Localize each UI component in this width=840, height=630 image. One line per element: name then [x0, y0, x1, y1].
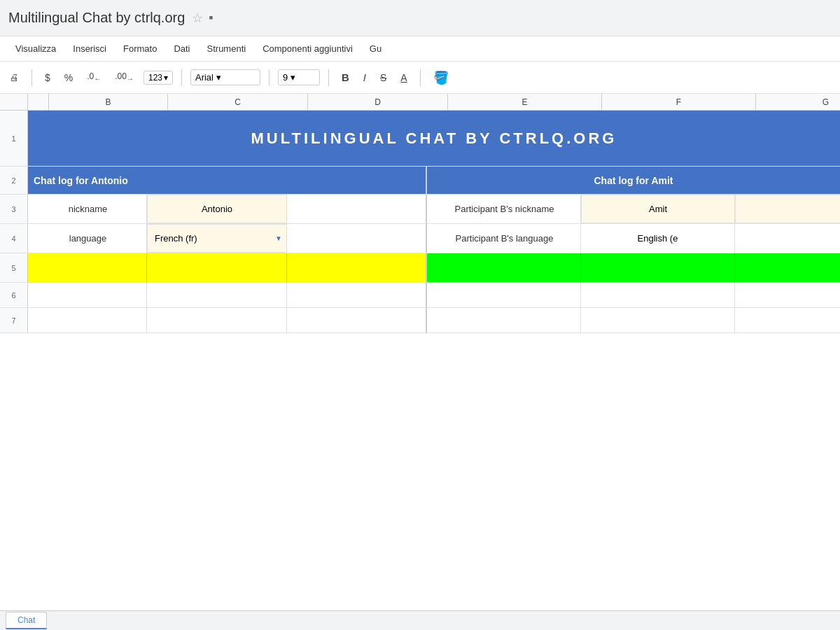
italic-button[interactable]: I: [359, 69, 370, 86]
menu-formato[interactable]: Formato: [116, 41, 164, 57]
green-section: [427, 253, 840, 282]
cell-e-green[interactable]: [427, 253, 581, 282]
sheet-tab-chat[interactable]: Chat: [6, 612, 47, 629]
cell-b-yellow[interactable]: [28, 253, 147, 282]
row-nickname: 3 nickname Antonio Participant B's nickn…: [0, 195, 840, 224]
chat-log-antonio-label: Chat log for Antonio: [34, 175, 128, 186]
row-yellow-green: 5: [0, 253, 840, 283]
col-header-e[interactable]: E: [448, 94, 602, 110]
row-num-5: 5: [0, 253, 28, 282]
row-num-6: 6: [0, 283, 28, 307]
row-7: 7: [0, 308, 840, 333]
row-num-1: 1: [0, 111, 28, 166]
format-123-arrow: ▾: [164, 73, 168, 83]
paint-bucket-button[interactable]: 🪣: [429, 67, 453, 88]
separator-2: [181, 69, 182, 86]
row-num-7: 7: [0, 308, 28, 332]
language-a-text: French (fr): [155, 233, 197, 244]
chat-log-antonio-header: Chat log for Antonio: [28, 167, 427, 194]
column-headers: B C D E F G: [0, 94, 840, 111]
format-percent-button[interactable]: %: [60, 69, 77, 86]
cell-nickname-label-b[interactable]: Participant B's nickname: [427, 195, 581, 223]
font-arrow: ▾: [216, 72, 221, 83]
format-dollar-button[interactable]: $: [41, 69, 55, 86]
folder-icon[interactable]: ▪: [209, 10, 213, 25]
font-size-selector[interactable]: 9 ▾: [278, 69, 320, 85]
format-dec-left-button[interactable]: .0←: [83, 69, 105, 85]
cell-nickname-value-b[interactable]: Amit: [581, 195, 735, 223]
cell-language-value-b[interactable]: English (e: [581, 224, 735, 253]
cell-e-6[interactable]: [427, 283, 581, 307]
cell-f-green[interactable]: [581, 253, 735, 282]
menu-strumenti[interactable]: Strumenti: [200, 41, 253, 57]
cell-g-language[interactable]: [735, 224, 840, 253]
cell-c-7[interactable]: [147, 308, 287, 332]
cell-e-7[interactable]: [427, 308, 581, 332]
cell-c-yellow[interactable]: [147, 253, 287, 282]
strikethrough-button[interactable]: S: [376, 69, 391, 86]
cell-g-6[interactable]: [735, 283, 840, 307]
font-selector[interactable]: Arial ▾: [190, 69, 260, 85]
cell-b-7[interactable]: [28, 308, 147, 332]
sheet-tab-bar: Chat: [0, 610, 840, 630]
cell-f-7[interactable]: [581, 308, 735, 332]
format-123-selector[interactable]: 123 ▾: [144, 71, 173, 85]
cell-nickname-value-a[interactable]: Antonio: [147, 195, 287, 223]
sheet-area: B C D E F G 1 MULTILINGUAL CHAT BY CTRLQ…: [0, 94, 840, 610]
cell-d-yellow[interactable]: [287, 253, 427, 282]
col-header-f[interactable]: F: [602, 94, 756, 110]
cell-language-label-b[interactable]: Participant B's language: [427, 224, 581, 253]
dropdown-arrow-language-a: ▼: [275, 234, 282, 242]
cell-language-value-a[interactable]: French (fr) ▼: [147, 224, 287, 253]
cell-g-green[interactable]: [735, 253, 840, 282]
font-label: Arial: [195, 72, 214, 83]
col-header-g[interactable]: G: [756, 94, 840, 110]
col-header-b[interactable]: B: [49, 94, 168, 110]
cell-language-label-a[interactable]: language: [28, 224, 147, 253]
cell-b-6[interactable]: [28, 283, 147, 307]
title-bar: Multilingual Chat by ctrlq.org ☆ ▪: [0, 0, 840, 36]
format-123-label: 123: [148, 73, 162, 83]
print-button[interactable]: 🖨: [6, 69, 23, 85]
underline-button[interactable]: A: [396, 69, 411, 86]
col-header-a[interactable]: [28, 94, 49, 110]
cell-c-6[interactable]: [147, 283, 287, 307]
menu-visualizza[interactable]: Visualizza: [8, 41, 63, 57]
menu-componenti[interactable]: Componenti aggiuntivi: [255, 41, 360, 57]
star-icon[interactable]: ☆: [192, 10, 203, 26]
row-num-3: 3: [0, 195, 28, 223]
separator-1: [31, 69, 32, 86]
cell-d-language[interactable]: [287, 224, 427, 253]
menu-bar: Visualizza Inserisci Formato Dati Strume…: [0, 36, 840, 62]
document-title: Multilingual Chat by ctrlq.org: [8, 10, 185, 26]
cell-f-6[interactable]: [581, 283, 735, 307]
col-header-c[interactable]: C: [168, 94, 308, 110]
row-num-2: 2: [0, 167, 28, 194]
separator-4: [328, 69, 329, 86]
cell-d-6[interactable]: [287, 283, 427, 307]
cell-d-nickname[interactable]: [287, 195, 427, 223]
blue-header-text: MULTILINGUAL CHAT BY CTRLQ.ORG: [251, 130, 617, 148]
chat-log-amit-header: Chat log for Amit: [427, 167, 840, 194]
col-header-d[interactable]: D: [308, 94, 448, 110]
cell-g-nickname[interactable]: [735, 195, 840, 223]
cell-nickname-label-a[interactable]: nickname: [28, 195, 147, 223]
menu-dati[interactable]: Dati: [167, 41, 197, 57]
row-6: 6: [0, 283, 840, 308]
font-size-label: 9: [283, 72, 288, 83]
menu-inserisci[interactable]: Inserisci: [66, 41, 113, 57]
font-size-arrow: ▾: [290, 72, 295, 83]
menu-gu[interactable]: Gu: [363, 41, 388, 57]
row-num-header: [0, 94, 28, 110]
cell-g-7[interactable]: [735, 308, 840, 332]
yellow-section: [28, 253, 427, 282]
cell-d-7[interactable]: [287, 308, 427, 332]
row-num-4: 4: [0, 224, 28, 253]
row-chat-log-headers: 2 Chat log for Antonio Chat log for Amit: [0, 167, 840, 195]
format-dec-right-button[interactable]: .00→: [111, 69, 138, 85]
separator-3: [269, 69, 270, 86]
blue-header-cell: MULTILINGUAL CHAT BY CTRLQ.ORG: [28, 111, 840, 166]
toolbar: 🖨 $ % .0← .00→ 123 ▾ Arial ▾ 9 ▾ B I S A…: [0, 62, 840, 94]
bold-button[interactable]: B: [337, 69, 354, 86]
app: Multilingual Chat by ctrlq.org ☆ ▪ Visua…: [0, 0, 840, 630]
